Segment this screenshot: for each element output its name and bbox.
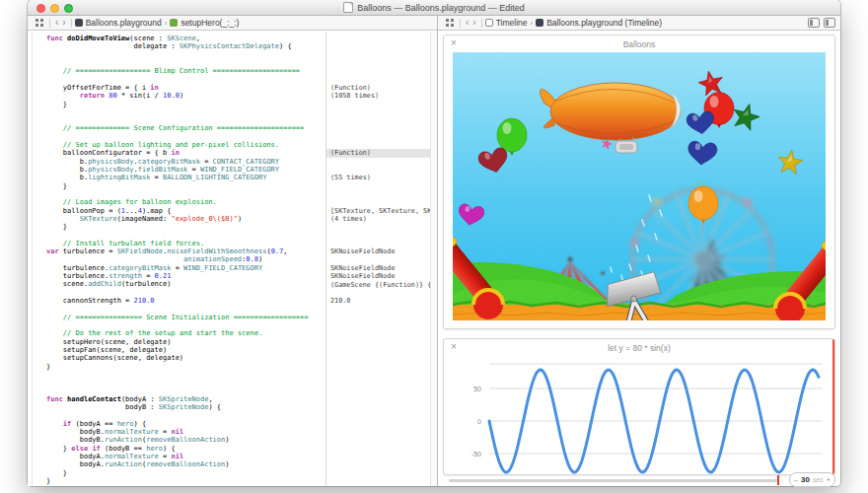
code-line xyxy=(46,371,325,379)
y-tick-label: 0 xyxy=(477,418,481,425)
playhead-marker[interactable] xyxy=(777,475,779,485)
code-line xyxy=(46,133,325,141)
code-line: b.physicsBody.categoryBitMask = CONTACT_… xyxy=(46,158,325,166)
duration-stepper[interactable]: – 30 sec + xyxy=(789,472,835,487)
close-window-button[interactable] xyxy=(36,4,45,13)
code-line: setupCannons(scene, delegate) xyxy=(46,354,325,362)
stepper-value: 30 xyxy=(801,475,810,484)
result-annotation[interactable]: (1058 times) xyxy=(330,92,431,100)
code-line xyxy=(46,108,325,116)
y-tick-label: -50 xyxy=(471,451,481,458)
code-line: balloonPop = (1...4).map { xyxy=(46,207,325,215)
code-line: delegate : SKPhysicsContactDelegate) { xyxy=(46,42,325,50)
code-line xyxy=(46,190,325,198)
source-editor[interactable]: func doDidMoveToView(scene : SKScene, de… xyxy=(28,32,437,486)
divider xyxy=(49,19,50,28)
playground-file-icon xyxy=(75,19,83,27)
pane-divider[interactable] xyxy=(437,16,438,486)
back-arrow-icon[interactable]: ‹ xyxy=(55,18,58,28)
code-line: if (bodyA == hero) { xyxy=(46,420,325,428)
code-line: SKTexture(imageNamed: "explode_0\($0)") xyxy=(46,215,325,223)
timeline-scrubber[interactable] xyxy=(449,479,777,482)
result-annotation[interactable]: (Function) xyxy=(330,84,431,92)
live-view-title: Balloons xyxy=(444,39,834,49)
related-items-icon[interactable] xyxy=(36,19,43,27)
assistant-editor-button[interactable] xyxy=(808,18,820,28)
y-axis-ticks: 500-50 xyxy=(471,386,481,458)
code-line xyxy=(46,379,325,387)
code-line: bodyA.runAction(removeBalloonAction) xyxy=(46,460,325,468)
back-arrow-icon[interactable]: ‹ xyxy=(466,18,469,28)
divider xyxy=(481,19,482,28)
code-line xyxy=(46,411,325,419)
result-annotation[interactable]: SKNoiseFieldNode xyxy=(330,247,431,255)
code-line: bodyB.normalTexture = nil xyxy=(46,428,325,436)
stepper-plus-button[interactable]: + xyxy=(827,476,831,483)
timeline-icon xyxy=(485,19,493,27)
chevron-right-icon: › xyxy=(531,19,534,28)
code-line xyxy=(46,305,325,313)
document-proxy-icon[interactable] xyxy=(343,2,353,13)
code-line xyxy=(46,387,325,394)
code-line: turbulence.categoryBitMask = WIND_FIELD_… xyxy=(46,264,325,272)
result-annotation[interactable]: SKNoiseFieldNode xyxy=(330,264,431,272)
forward-arrow-icon[interactable]: › xyxy=(472,18,475,28)
code-line xyxy=(46,232,325,240)
code-line: animationSpeed:0.8) xyxy=(46,255,325,263)
playhead-line xyxy=(832,339,834,474)
code-line: // ================ Scene Initialization… xyxy=(46,314,325,321)
timeline-jump-bar: ‹ › Timeline › Balloons.playground (Time… xyxy=(438,16,840,31)
utilities-panel-button[interactable] xyxy=(824,18,835,28)
code-line: var turbulence = SKFieldNode.noiseFieldW… xyxy=(46,247,325,255)
code-editor-text[interactable]: func doDidMoveToView(scene : SKScene, de… xyxy=(46,35,325,485)
code-line: setupFan(scene, delegate) xyxy=(46,346,325,354)
code-line: func doDidMoveToView(scene : SKScene, xyxy=(46,35,325,42)
result-annotation[interactable]: (4 times) xyxy=(330,215,431,223)
gutter-divider xyxy=(32,32,33,486)
code-line: // Install turbulant field forces. xyxy=(46,240,325,247)
stepper-minus-button[interactable]: – xyxy=(794,476,798,483)
result-annotation[interactable]: (55 times) xyxy=(330,174,431,181)
code-line: // ============= Scene Configuration ===… xyxy=(46,124,325,132)
result-annotation[interactable]: [SKTexture, SKTexture, SKTe… xyxy=(330,207,431,215)
zoom-window-button[interactable] xyxy=(64,4,73,13)
code-line: scene.addChild(turbulence) xyxy=(46,280,325,288)
code-line xyxy=(46,289,325,297)
sine-chart: 500-50 xyxy=(444,339,834,474)
code-line: return 80 * sin(i / 10.0) xyxy=(46,92,325,100)
result-annotation[interactable]: SKNoiseFieldNode xyxy=(330,272,431,280)
divider xyxy=(71,19,72,28)
title-bar[interactable]: Balloons — Balloons.playground — Edited xyxy=(28,0,840,16)
editor-jump-bar: ‹ › Balloons.playground › setupHero(_:_:… xyxy=(28,16,437,31)
y-tick-label: 50 xyxy=(473,386,481,392)
code-line: } xyxy=(46,101,325,108)
breadcrumb-file[interactable]: Balloons.playground xyxy=(86,18,162,28)
code-line: bodyA.normalTexture = nil xyxy=(46,453,325,460)
code-line xyxy=(46,59,325,67)
balloons-scene[interactable] xyxy=(453,52,826,320)
breadcrumb-symbol[interactable]: setupHero(_:_:) xyxy=(181,18,239,28)
code-line: turbulence.strength = 0.21 xyxy=(46,272,325,280)
result-annotation[interactable]: (GameScene {(Function)} {(F… xyxy=(330,281,431,289)
editor-scrollbar-gutter[interactable] xyxy=(430,32,437,486)
related-items-icon[interactable] xyxy=(446,19,454,27)
xcode-window: Balloons — Balloons.playground — Edited … xyxy=(28,0,840,486)
code-line: } xyxy=(46,363,325,371)
code-line: b.lightingBitMask = BALLOON_LIGHTING_CAT… xyxy=(46,174,325,181)
code-line: setupHero(scene, delegate) xyxy=(46,338,325,346)
code-line: } xyxy=(46,182,325,190)
code-line: yOffsetForTime = { i in xyxy=(46,84,325,92)
result-annotation[interactable]: 210.0 xyxy=(330,297,431,305)
breadcrumb-timeline[interactable]: Timeline xyxy=(496,18,528,28)
result-annotation[interactable]: (Function) xyxy=(330,149,431,157)
live-view-panel: × Balloons xyxy=(443,35,835,329)
chart-panel: 500-50 × let y = 80 * sin(x) xyxy=(443,338,835,475)
code-line xyxy=(46,76,325,84)
code-line: } xyxy=(46,223,325,231)
code-line: } xyxy=(46,477,325,485)
minimize-window-button[interactable] xyxy=(50,4,59,13)
breadcrumb-timeline-file[interactable]: Balloons.playground (Timeline) xyxy=(546,18,662,28)
results-sidebar[interactable]: (Function)(1058 times)(Function)(55 time… xyxy=(326,32,431,486)
forward-arrow-icon[interactable]: › xyxy=(62,18,65,28)
code-line: b.physicsBody.fieldBitMask = WIND_FIELD_… xyxy=(46,166,325,174)
